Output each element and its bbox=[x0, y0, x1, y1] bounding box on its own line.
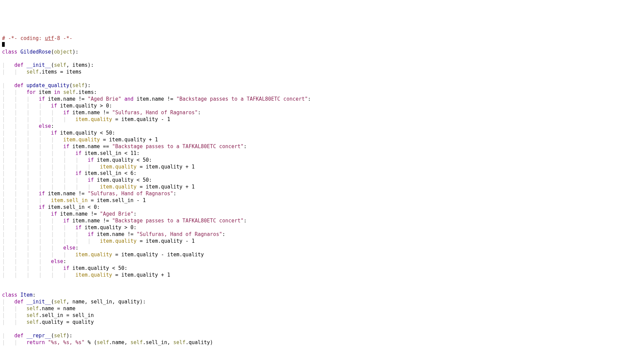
method-init: __init__ bbox=[26, 62, 51, 68]
keyword-if: if bbox=[63, 218, 69, 224]
assign-target: item.quality bbox=[76, 116, 112, 122]
assign-target: item.quality bbox=[63, 137, 100, 143]
method-update-quality: update_quality bbox=[26, 82, 69, 88]
self-ref: self bbox=[26, 319, 39, 325]
keyword-else: else bbox=[63, 245, 76, 251]
keyword-and: and bbox=[124, 96, 133, 102]
keyword-if: if bbox=[51, 103, 57, 109]
keyword-class: class bbox=[2, 49, 17, 55]
keyword-for: for bbox=[26, 89, 36, 95]
keyword-if: if bbox=[76, 150, 82, 156]
keyword-return: return bbox=[26, 339, 45, 345]
keyword-if: if bbox=[51, 211, 57, 217]
keyword-if: if bbox=[76, 170, 82, 176]
string-backstage: "Backstage passes to a TAFKAL80ETC conce… bbox=[176, 96, 308, 102]
keyword-if: if bbox=[63, 143, 69, 150]
builtin-object: object bbox=[54, 49, 72, 55]
self-param: self bbox=[54, 62, 66, 68]
self-ref: self bbox=[97, 339, 109, 345]
cursor bbox=[2, 42, 5, 47]
self-ref: self bbox=[63, 89, 76, 95]
keyword-if: if bbox=[51, 130, 57, 136]
class-name: GildedRose bbox=[20, 49, 51, 55]
keyword-def: def bbox=[14, 82, 23, 88]
string-format: "%s, %s, %s" bbox=[48, 339, 84, 345]
keyword-def: def bbox=[14, 333, 23, 339]
keyword-else: else bbox=[51, 258, 63, 264]
self-ref: self bbox=[173, 339, 186, 345]
assign-target: item.quality bbox=[76, 272, 112, 278]
method-init: __init__ bbox=[26, 299, 51, 305]
comment-line: # -*- coding: utf-8 -*- bbox=[2, 35, 72, 41]
self-ref: self bbox=[26, 69, 39, 75]
keyword-def: def bbox=[14, 299, 23, 305]
keyword-if: if bbox=[39, 191, 45, 197]
keyword-if: if bbox=[88, 231, 94, 237]
self-ref: self bbox=[130, 339, 143, 345]
keyword-if: if bbox=[39, 96, 45, 102]
keyword-if: if bbox=[63, 110, 69, 116]
assign-target: item.sell_in bbox=[51, 197, 88, 203]
keyword-def: def bbox=[14, 62, 23, 68]
keyword-if: if bbox=[63, 265, 69, 271]
keyword-else: else bbox=[39, 123, 51, 129]
string-backstage: "Backstage passes to a TAFKAL80ETC conce… bbox=[112, 218, 243, 224]
keyword-class: class bbox=[2, 292, 17, 298]
string-sulfuras: "Sulfuras, Hand of Ragnaros" bbox=[112, 110, 198, 116]
method-repr: __repr__ bbox=[26, 333, 51, 339]
keyword-if: if bbox=[76, 224, 82, 231]
keyword-if: if bbox=[88, 157, 94, 163]
self-ref: self bbox=[26, 312, 39, 318]
assign-target: item.quality bbox=[100, 238, 136, 244]
keyword-in: in bbox=[54, 89, 60, 95]
assign-target: item.quality bbox=[100, 164, 136, 170]
string-aged-brie: "Aged Brie" bbox=[88, 96, 121, 102]
assign-target: item.quality bbox=[76, 252, 112, 258]
string-backstage: "Backstage passes to a TAFKAL80ETC conce… bbox=[112, 143, 243, 150]
class-name-item: Item bbox=[20, 292, 33, 298]
assign-target: item.quality bbox=[100, 184, 136, 190]
keyword-if: if bbox=[39, 204, 45, 210]
self-ref: self bbox=[26, 305, 39, 312]
self-param: self bbox=[54, 299, 66, 305]
string-sulfuras: "Sulfuras, Hand of Ragnaros" bbox=[136, 231, 222, 237]
code-editor[interactable]: # -*- coding: utf-8 -*- class GildedRose… bbox=[0, 27, 644, 357]
self-param: self bbox=[72, 82, 85, 88]
string-sulfuras: "Sulfuras, Hand of Ragnaros" bbox=[88, 191, 173, 197]
string-aged-brie: "Aged Brie" bbox=[100, 211, 133, 217]
self-param: self bbox=[54, 333, 66, 339]
keyword-if: if bbox=[88, 177, 94, 183]
